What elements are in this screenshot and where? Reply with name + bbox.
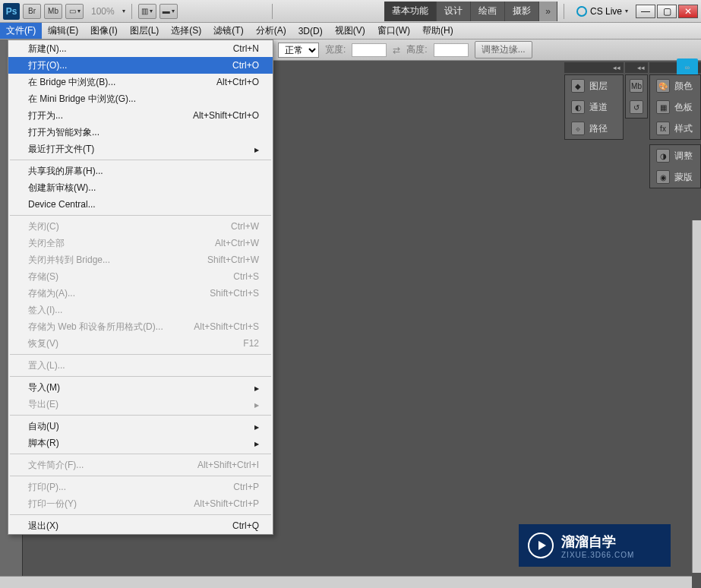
workspace-tab-painting[interactable]: 绘画 [471, 2, 505, 21]
right-dock: ◂◂ ◆图层 ◐通道 ⟐路径 ◂◂ Mb ↺ ∞ 🎨颜色 ▦色板 fx样式 ◑调… [564, 62, 701, 188]
menuitem[interactable]: 打开为智能对象... [8, 124, 273, 141]
minibridge-button[interactable]: Mb [44, 4, 62, 19]
menuitem[interactable]: 在 Mini Bridge 中浏览(G)... [8, 90, 273, 107]
panel-group-mini: Mb ↺ [625, 74, 648, 119]
options-bar: 正常 宽度: ⇄ 高度: 调整边缘... [273, 40, 701, 61]
menuitem: 关闭(C)Ctrl+W [8, 218, 273, 235]
paths-icon: ⟐ [571, 122, 585, 135]
ps-logo: Ps [3, 3, 20, 20]
layers-icon: ◆ [571, 79, 585, 93]
channels-icon: ◐ [571, 100, 585, 114]
width-input[interactable] [352, 43, 387, 57]
panel-group-color: 🎨颜色 ▦色板 fx样式 [649, 74, 701, 140]
menuitem[interactable]: 共享我的屏幕(H)... [8, 163, 273, 179]
blend-mode-select[interactable]: 正常 [278, 43, 319, 58]
adjust-icon: ◑ [656, 149, 670, 163]
menuitem[interactable]: 打开(O)...Ctrl+O [8, 57, 273, 74]
menu-select[interactable]: 选择(S) [165, 23, 207, 39]
panel-color[interactable]: 🎨颜色 [650, 75, 700, 96]
menuitem: 关闭并转到 Bridge...Shift+Ctrl+W [8, 251, 273, 268]
menu-help[interactable]: 帮助(H) [416, 23, 459, 39]
menuitem: 存储为 Web 和设备所用格式(D)...Alt+Shift+Ctrl+S [8, 318, 273, 335]
screen-mode-button[interactable]: ▭▾ [65, 4, 84, 19]
menuitem[interactable]: 退出(X)Ctrl+Q [8, 517, 273, 534]
color-icon: 🎨 [656, 79, 670, 93]
menuitem[interactable]: 自动(U) [8, 418, 273, 435]
height-label: 高度: [406, 43, 427, 56]
menu-edit[interactable]: 编辑(E) [42, 23, 84, 39]
panel-group-adjust: ◑调整 ◉蒙版 [649, 144, 701, 188]
swatches-icon: ▦ [656, 100, 670, 114]
menuitem: 恢复(V)F12 [8, 335, 273, 352]
panel-adjustments[interactable]: ◑调整 [650, 145, 700, 166]
workspace-tabs: 基本功能 设计 绘画 摄影 » [384, 2, 557, 21]
menu-filter[interactable]: 滤镜(T) [207, 23, 249, 39]
watermark: 溜溜自学 ZIXUE.3D66.COM [519, 524, 671, 567]
app-toolbar: Ps Br Mb ▭▾ 100% ▾ ▥▾ ▬▾ 基本功能 设计 绘画 摄影 »… [0, 0, 701, 23]
menu-file[interactable]: 文件(F) [0, 23, 42, 39]
window-controls: — ▢ ✕ [636, 5, 698, 18]
arrange-button[interactable]: ▬▾ [159, 4, 178, 19]
menu-window[interactable]: 窗口(W) [371, 23, 416, 39]
extras-button[interactable]: ▥▾ [138, 4, 156, 19]
watermark-url: ZIXUE.3D66.COM [561, 551, 634, 559]
menuitem[interactable]: 打开为...Alt+Shift+Ctrl+O [8, 107, 273, 124]
menuitem: 打印一份(Y)Alt+Shift+Ctrl+P [8, 495, 273, 512]
menu-3d[interactable]: 3D(D) [292, 23, 329, 39]
menu-analysis[interactable]: 分析(A) [250, 23, 292, 39]
width-label: 宽度: [325, 43, 346, 56]
panel-paths[interactable]: ⟐路径 [565, 118, 623, 139]
close-button[interactable]: ✕ [678, 5, 698, 18]
menuitem: 导出(E) [8, 396, 273, 413]
mb-icon: Mb [630, 79, 643, 93]
workspace-tab-essentials[interactable]: 基本功能 [384, 2, 437, 21]
swap-icon[interactable]: ⇄ [393, 45, 400, 55]
menu-view[interactable]: 视图(V) [329, 23, 371, 39]
vertical-scrollbar[interactable] [692, 220, 701, 573]
menuitem: 签入(I)... [8, 302, 273, 318]
menuitem[interactable]: 新建(N)...Ctrl+N [8, 40, 273, 57]
styles-icon: fx [656, 122, 670, 135]
panel-styles[interactable]: fx样式 [650, 118, 700, 139]
history-icon: ↺ [630, 100, 643, 114]
menuitem: 打印(P)...Ctrl+P [8, 479, 273, 495]
workspace-more[interactable]: » [539, 2, 557, 21]
collapse-icon[interactable]: ◂◂ [613, 64, 620, 71]
panel-channels[interactable]: ◐通道 [565, 96, 623, 118]
refine-edge-button[interactable]: 调整边缘... [475, 41, 532, 58]
workspace-tab-design[interactable]: 设计 [437, 2, 471, 21]
collapse-icon[interactable]: ◂◂ [637, 64, 645, 71]
menuitem[interactable]: 脚本(R) [8, 435, 273, 451]
panel-layers[interactable]: ◆图层 [565, 75, 623, 96]
height-input[interactable] [434, 43, 469, 57]
panel-group-layers: ◆图层 ◐通道 ⟐路径 [564, 74, 624, 140]
menuitem: 存储(S)Ctrl+S [8, 268, 273, 285]
menu-bar: 文件(F) 编辑(E) 图像(I) 图层(L) 选择(S) 滤镜(T) 分析(A… [0, 23, 701, 40]
cslive-button[interactable]: CS Live ▾ [576, 6, 628, 17]
menuitem: 文件简介(F)...Alt+Shift+Ctrl+I [8, 457, 273, 473]
menuitem: 存储为(A)...Shift+Ctrl+S [8, 285, 273, 302]
panel-history[interactable]: ↺ [626, 96, 647, 118]
panel-navigator[interactable]: Mb [626, 75, 647, 96]
play-icon [528, 533, 554, 558]
menuitem[interactable]: 最近打开文件(T) [8, 141, 273, 157]
mask-icon: ◉ [656, 170, 670, 184]
menu-layer[interactable]: 图层(L) [124, 23, 166, 39]
menuitem: 关闭全部Alt+Ctrl+W [8, 235, 273, 251]
workspace-tab-photography[interactable]: 摄影 [505, 2, 539, 21]
horizontal-scrollbar[interactable] [0, 576, 692, 588]
panel-swatches[interactable]: ▦色板 [650, 96, 700, 118]
minimize-button[interactable]: — [636, 5, 655, 18]
panel-masks[interactable]: ◉蒙版 [650, 166, 700, 188]
menuitem[interactable]: Device Central... [8, 196, 273, 213]
menuitem[interactable]: 在 Bridge 中浏览(B)...Alt+Ctrl+O [8, 74, 273, 90]
bridge-button[interactable]: Br [23, 4, 41, 19]
menu-image[interactable]: 图像(I) [84, 23, 123, 39]
menuitem[interactable]: 导入(M) [8, 379, 273, 396]
menuitem: 置入(L)... [8, 357, 273, 374]
maximize-button[interactable]: ▢ [657, 5, 677, 18]
menuitem[interactable]: 创建新审核(W)... [8, 179, 273, 196]
file-dropdown: 新建(N)...Ctrl+N打开(O)...Ctrl+O在 Bridge 中浏览… [8, 40, 273, 535]
zoom-level[interactable]: 100% [91, 6, 115, 17]
cslive-icon [576, 6, 587, 17]
